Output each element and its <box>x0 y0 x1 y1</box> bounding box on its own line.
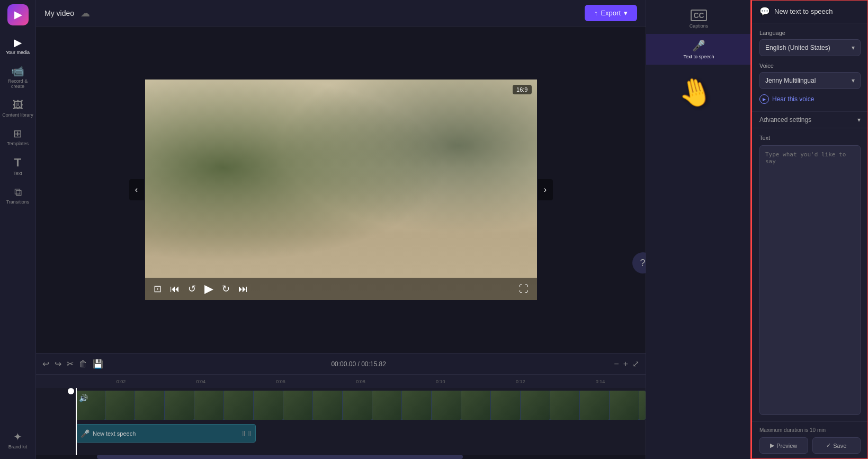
sidebar-item-label-content: Content library <box>2 112 33 118</box>
sidebar-item-label-templates: Templates <box>7 141 29 146</box>
video-container: 16:9 ‹ › ⊡ ⏮ ↺ ▶ ↻ ⏭ ⛶ ? ∨ <box>145 80 537 300</box>
rewind-button[interactable]: ↺ <box>188 283 196 295</box>
captions-panel-button[interactable]: CC Captions <box>646 4 751 34</box>
tts-track-handle-left[interactable]: || <box>243 430 245 436</box>
preview-label: Preview <box>776 443 797 449</box>
expand-timeline-button[interactable]: ⤢ <box>632 359 639 369</box>
ruler-mark-3: 0:08 <box>356 379 365 384</box>
skip-back-button[interactable]: ⏮ <box>170 284 180 295</box>
text-input[interactable] <box>759 145 861 415</box>
track-frame <box>610 391 639 420</box>
text-icon: T <box>14 157 21 169</box>
audio-track-icon: 🔊 <box>79 394 88 402</box>
language-dropdown[interactable]: English (United States) ▾ <box>759 39 861 56</box>
export-icon: ↑ <box>594 9 598 17</box>
tts-voice-section: Voice Jenny Multilingual ▾ ▶ Hear this v… <box>752 63 868 111</box>
tts-track-label: New text speech <box>93 430 239 437</box>
save-timeline-button[interactable]: 💾 <box>93 359 103 369</box>
text-section-label: Text <box>759 135 861 141</box>
voice-label: Voice <box>759 63 861 69</box>
sidebar-item-label-text: Text <box>13 171 22 176</box>
sidebar-item-transitions[interactable]: ⧉ Transitions <box>0 181 35 210</box>
cursor-area: 🤚 <box>678 75 720 118</box>
timeline-scrollbar-thumb[interactable] <box>97 455 463 459</box>
tts-language-section: Language English (United States) ▾ <box>752 23 868 63</box>
playhead-line <box>76 388 77 455</box>
templates-icon: ⊞ <box>13 128 22 139</box>
play-button[interactable]: ▶ <box>204 282 213 296</box>
transitions-icon: ⧉ <box>14 187 22 197</box>
topbar: My video ☁ ↑ Export ▾ <box>36 0 646 27</box>
tts-panel-title: New text to speech <box>774 7 833 15</box>
voice-dropdown[interactable]: Jenny Multilingual ▾ <box>759 72 861 89</box>
sidebar-item-label-record: Record & create <box>2 78 33 89</box>
fullscreen-button[interactable]: ⛶ <box>519 284 529 295</box>
brand-icon: ✦ <box>13 431 22 442</box>
left-sidebar: ▶ ▶ Your media 📹 Record & create 🖼 Conte… <box>0 0 36 459</box>
tts-action-buttons: ▶ Preview ✓ Save <box>759 437 861 454</box>
timeline-time: 00:00.00 / 00:15.82 <box>109 360 609 368</box>
captions-icon: CC <box>691 10 706 21</box>
tts-footer: Maximum duration is 10 min ▶ Preview ✓ S… <box>752 421 868 459</box>
video-scene <box>145 80 537 300</box>
hear-voice-play-icon: ▶ <box>759 94 769 104</box>
save-icon: ✓ <box>826 442 831 449</box>
ruler-mark-2: 0:06 <box>276 379 285 384</box>
preview-button[interactable]: ▶ Preview <box>759 437 808 454</box>
tts-track-handle-right[interactable]: || <box>248 430 251 436</box>
skip-forward-button[interactable]: ⏭ <box>238 284 248 295</box>
sidebar-item-label-brand: Brand kit <box>8 444 28 449</box>
sidebar-item-content[interactable]: 🖼 Content library <box>0 94 35 123</box>
video-area: 16:9 ‹ › ⊡ ⏮ ↺ ▶ ↻ ⏭ ⛶ ? ∨ <box>36 27 646 353</box>
undo-button[interactable]: ↩ <box>42 359 49 369</box>
zoom-in-button[interactable]: + <box>623 359 628 369</box>
sidebar-item-text[interactable]: T Text <box>0 152 35 181</box>
zoom-out-button[interactable]: − <box>614 359 619 369</box>
track-frame <box>639 391 646 420</box>
right-sidebar: CC Captions 🎤 Text to speech 🤚 <box>646 0 751 459</box>
tts-track[interactable]: 🎤 New text speech || || <box>76 424 256 443</box>
content-icon: 🖼 <box>13 100 23 110</box>
video-controls: ⊡ ⏮ ↺ ▶ ↻ ⏭ ⛶ <box>145 278 537 300</box>
sidebar-item-your-media[interactable]: ▶ Your media <box>0 32 35 60</box>
redo-button[interactable]: ↪ <box>55 359 61 369</box>
export-label: Export <box>601 9 621 17</box>
timeline-scrollbar[interactable] <box>36 455 646 459</box>
save-label: Save <box>833 443 846 449</box>
app-logo[interactable]: ▶ <box>7 4 29 25</box>
video-nav-left-button[interactable]: ‹ <box>129 179 144 200</box>
sidebar-item-brand[interactable]: ✦ Brand kit <box>0 426 35 455</box>
help-bubble[interactable]: ? <box>632 252 646 273</box>
sidebar-item-record[interactable]: 📹 Record & create <box>0 60 35 94</box>
track-frame <box>491 391 520 420</box>
ruler-mark-6: 0:14 <box>596 379 605 384</box>
timeline-ruler: 0:02 0:04 0:06 0:08 0:10 0:12 0:14 <box>36 375 646 388</box>
cut-button[interactable]: ✂ <box>67 359 74 369</box>
language-label: Language <box>759 30 861 36</box>
scene-button[interactable]: ⊡ <box>154 283 162 295</box>
ruler-mark-0: 0:02 <box>117 379 126 384</box>
hear-voice-label: Hear this voice <box>772 95 814 103</box>
track-frame <box>135 391 164 420</box>
hear-voice-button[interactable]: ▶ Hear this voice <box>759 93 814 105</box>
tts-sidebar-label: Text to speech <box>683 54 714 59</box>
advanced-settings-row[interactable]: Advanced settings ▾ <box>752 111 868 128</box>
language-value: English (United States) <box>765 44 830 51</box>
video-title: My video <box>44 9 74 17</box>
tts-panel-button[interactable]: 🎤 Text to speech <box>646 34 751 65</box>
export-chevron-icon: ▾ <box>624 9 628 17</box>
delete-button[interactable]: 🗑 <box>79 359 87 369</box>
video-nav-right-button[interactable]: › <box>538 179 553 200</box>
ruler-mark-4: 0:10 <box>436 379 445 384</box>
export-button[interactable]: ↑ Export ▾ <box>585 5 637 21</box>
forward-button[interactable]: ↻ <box>222 283 230 295</box>
track-frame <box>402 391 431 420</box>
save-tts-button[interactable]: ✓ Save <box>812 437 861 454</box>
track-frame <box>521 391 550 420</box>
video-track[interactable]: 🔊 <box>76 391 646 420</box>
tts-panel-header: 💬 New text to speech <box>752 0 868 23</box>
tts-sidebar-icon: 🎤 <box>692 39 705 52</box>
timeline-zoom-controls: − + ⤢ <box>614 359 639 369</box>
sidebar-item-templates[interactable]: ⊞ Templates <box>0 123 35 152</box>
your-media-icon: ▶ <box>14 37 22 48</box>
